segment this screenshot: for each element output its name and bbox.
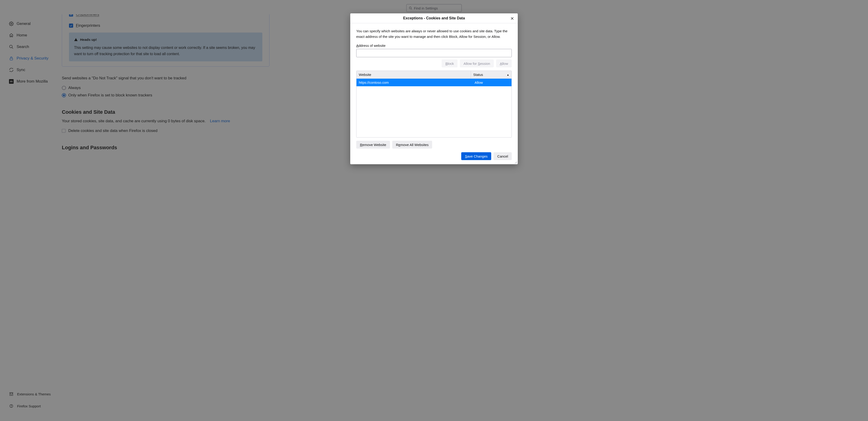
remove-website-button[interactable]: Remove Website: [356, 141, 390, 149]
table-row[interactable]: https://contoso.comAllow: [356, 79, 512, 86]
exceptions-table: Website Status ▲ https://contoso.comAllo…: [356, 71, 512, 137]
svg-line-12: [517, 163, 517, 164]
close-icon: [510, 17, 514, 20]
column-website[interactable]: Website: [356, 71, 471, 78]
cell-status: Allow: [471, 79, 512, 86]
column-status[interactable]: Status ▲: [471, 71, 512, 78]
allow-button[interactable]: Allow: [496, 60, 512, 67]
modal-overlay: Exceptions - Cookies and Site Data You c…: [0, 0, 868, 421]
app-root: Find in Settings General Home: [0, 0, 868, 421]
remove-all-websites-button[interactable]: Remove All Websites: [392, 141, 432, 149]
dialog-description: You can specify which websites are alway…: [356, 28, 512, 39]
exceptions-dialog: Exceptions - Cookies and Site Data You c…: [350, 13, 518, 164]
block-button[interactable]: Block: [442, 60, 458, 67]
dialog-title: Exceptions - Cookies and Site Data: [350, 13, 518, 23]
address-label: Address of website: [356, 43, 512, 47]
resize-grip-icon[interactable]: [514, 161, 517, 164]
close-button[interactable]: [509, 15, 516, 22]
sort-ascending-icon: ▲: [507, 73, 509, 76]
save-changes-button[interactable]: Save Changes: [461, 152, 491, 160]
address-input[interactable]: [356, 49, 512, 57]
cell-website: https://contoso.com: [356, 79, 471, 86]
cancel-button[interactable]: Cancel: [494, 152, 512, 160]
allow-session-button[interactable]: Allow for Session: [460, 60, 494, 67]
